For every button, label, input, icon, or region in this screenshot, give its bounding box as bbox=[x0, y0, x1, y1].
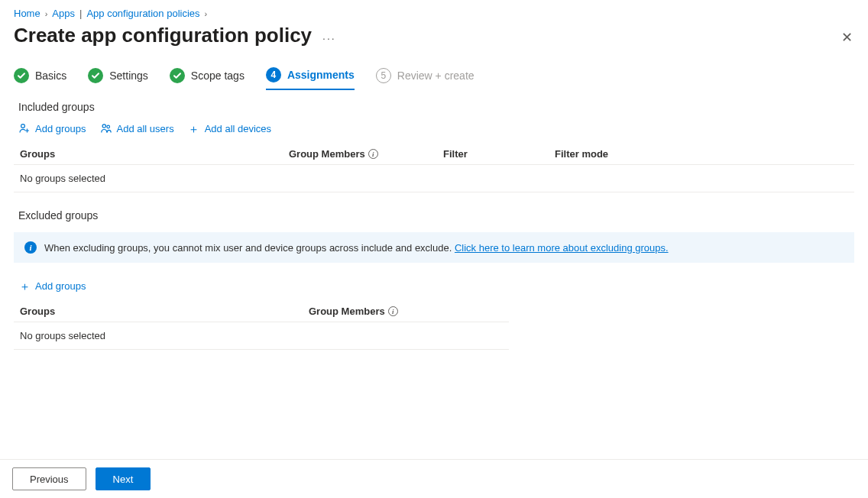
plus-icon: ＋ bbox=[18, 280, 31, 292]
col-header-groups: Groups bbox=[20, 148, 289, 160]
info-icon[interactable]: i bbox=[368, 149, 378, 159]
svg-point-2 bbox=[106, 125, 109, 128]
add-all-users-button[interactable]: Add all users bbox=[100, 122, 174, 134]
check-icon bbox=[14, 68, 29, 83]
tab-review-create: 5 Review + create bbox=[376, 68, 474, 89]
excluded-add-groups-label: Add groups bbox=[35, 280, 86, 292]
table-row-empty: No groups selected bbox=[14, 322, 509, 350]
tab-review-label: Review + create bbox=[397, 70, 474, 82]
chevron-right-icon: › bbox=[45, 9, 48, 18]
person-add-icon bbox=[18, 122, 31, 134]
breadcrumb: Home › Apps | App configuration policies… bbox=[14, 8, 854, 19]
tab-assignments-label: Assignments bbox=[287, 69, 355, 81]
col-header-group-members: Group Members i bbox=[309, 306, 503, 317]
info-icon[interactable]: i bbox=[388, 306, 398, 316]
people-icon bbox=[100, 122, 112, 134]
add-all-devices-button[interactable]: ＋ Add all devices bbox=[188, 122, 271, 134]
more-menu-button[interactable]: ··· bbox=[322, 32, 336, 44]
svg-point-1 bbox=[102, 124, 105, 128]
excluded-groups-heading: Excluded groups bbox=[18, 209, 854, 222]
col-header-group-members: Group Members i bbox=[289, 148, 443, 160]
check-icon bbox=[88, 68, 103, 83]
info-banner-link[interactable]: Click here to learn more about excluding… bbox=[455, 242, 669, 254]
footer: Previous Next bbox=[0, 459, 868, 498]
chevron-right-icon: › bbox=[205, 9, 208, 18]
tab-settings-label: Settings bbox=[109, 70, 148, 82]
close-icon[interactable]: ✕ bbox=[841, 26, 854, 46]
included-groups-heading: Included groups bbox=[18, 101, 854, 113]
table-row-empty: No groups selected bbox=[14, 165, 854, 192]
tab-assignments[interactable]: 4 Assignments bbox=[266, 67, 355, 90]
add-groups-button[interactable]: Add groups bbox=[18, 122, 86, 134]
add-all-users-label: Add all users bbox=[117, 123, 174, 134]
tab-basics[interactable]: Basics bbox=[14, 68, 66, 89]
check-icon bbox=[170, 68, 185, 83]
breadcrumb-app-config-policies[interactable]: App configuration policies bbox=[86, 8, 199, 19]
tab-settings[interactable]: Settings bbox=[88, 68, 148, 89]
info-banner-text: When excluding groups, you cannot mix us… bbox=[44, 242, 669, 254]
tab-scope-label: Scope tags bbox=[191, 70, 245, 82]
svg-point-0 bbox=[21, 124, 25, 128]
tab-basics-label: Basics bbox=[35, 70, 66, 82]
tab-scope-tags[interactable]: Scope tags bbox=[170, 68, 245, 89]
included-groups-table: Groups Group Members i Filter Filter mod… bbox=[14, 144, 854, 192]
col-header-filter-mode: Filter mode bbox=[555, 148, 848, 160]
info-icon: i bbox=[24, 241, 37, 254]
excluded-add-groups-button[interactable]: ＋ Add groups bbox=[18, 280, 86, 292]
step-number-icon: 4 bbox=[266, 67, 281, 82]
page-title: Create app configuration policy bbox=[14, 24, 312, 47]
next-button[interactable]: Next bbox=[96, 467, 151, 490]
breadcrumb-apps[interactable]: Apps bbox=[52, 8, 75, 19]
col-header-filter: Filter bbox=[443, 148, 555, 160]
info-banner: i When excluding groups, you cannot mix … bbox=[14, 232, 854, 263]
col-header-groups: Groups bbox=[20, 306, 309, 317]
breadcrumb-home[interactable]: Home bbox=[14, 8, 40, 19]
add-groups-label: Add groups bbox=[35, 123, 86, 134]
previous-button[interactable]: Previous bbox=[12, 467, 86, 490]
plus-icon: ＋ bbox=[188, 122, 200, 134]
excluded-groups-table: Groups Group Members i No groups selecte… bbox=[14, 301, 854, 350]
step-number-icon: 5 bbox=[376, 68, 391, 83]
add-all-devices-label: Add all devices bbox=[205, 123, 271, 134]
wizard-steps: Basics Settings Scope tags 4 Assignments… bbox=[14, 67, 854, 90]
